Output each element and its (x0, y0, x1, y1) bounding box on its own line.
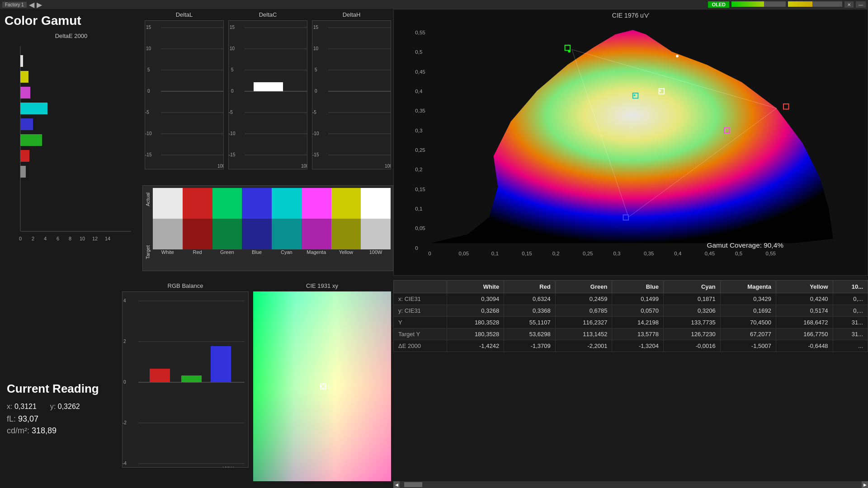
row-label-y: y: CIE31 (394, 305, 447, 317)
cell-targetY-blue: 13,5778 (612, 328, 664, 340)
nav-left[interactable]: ◀ (29, 0, 34, 9)
swatch-red-actual (183, 188, 212, 219)
y-label: y: (50, 403, 56, 410)
close-button[interactable]: ✕ (844, 1, 854, 8)
rgb-svg: 4 2 0 -2 -4 100W (123, 292, 248, 467)
cie1931-title: CIE 1931 xy (253, 280, 391, 291)
svg-text:15: 15 (230, 25, 235, 30)
svg-text:0,5: 0,5 (415, 49, 422, 55)
deltah-chart: DeltaH 15 10 5 0 -5 -10 (310, 9, 393, 185)
cd-label: cd/m²: (7, 426, 29, 435)
cell-x-magenta: 0,3429 (720, 293, 776, 305)
cell-y-blue: 0,0570 (612, 305, 664, 317)
svg-point-95 (660, 90, 661, 92)
swatch-yellow-actual (331, 188, 361, 219)
col-header-100w: 10... (833, 281, 868, 293)
svg-text:-4: -4 (123, 461, 127, 466)
svg-text:-5: -5 (312, 110, 316, 115)
svg-text:0: 0 (19, 236, 22, 240)
deltal-area: 15 10 5 0 -5 -10 -15 100W (145, 20, 224, 169)
swatch-green-target (212, 219, 242, 249)
cie1931-panel: CIE 1931 xy (253, 280, 391, 488)
svg-text:5: 5 (231, 67, 234, 72)
deltah-svg: 15 10 5 0 -5 -10 -15 100W (312, 21, 391, 169)
y-reading: y: 0,3262 (50, 403, 80, 411)
cell-Y-white: 180,3528 (447, 317, 504, 328)
row-label-targetY: Target Y (394, 328, 447, 340)
svg-text:0,2: 0,2 (552, 251, 560, 256)
col-header-yellow: Yellow (776, 281, 833, 293)
cell-targetY-yellow: 166,7750 (776, 328, 833, 340)
svg-text:-10: -10 (229, 131, 236, 136)
swatch-red-label: Red (183, 249, 212, 255)
cell-x-red: 0,6324 (504, 293, 556, 305)
svg-text:-5: -5 (145, 110, 149, 115)
scroll-left-arrow[interactable]: ◀ (393, 481, 400, 488)
cell-targetY-red: 53,6298 (504, 328, 556, 340)
swatch-blue: Blue (242, 188, 272, 255)
svg-text:0,3: 0,3 (415, 128, 422, 133)
swatch-100w-target (361, 219, 391, 249)
table-scrollbar[interactable]: ◀ ▶ (393, 481, 868, 488)
swatch-green-actual (212, 188, 242, 219)
row-label-Y: Y (394, 317, 447, 328)
cell-de-100w: ... (833, 340, 868, 352)
swatch-cyan-actual (272, 188, 302, 219)
factory-button[interactable]: Factory 1 (2, 2, 27, 8)
top-bar: Factory 1 ◀ ▶ OLED ✕ — (0, 0, 868, 9)
deltac-area: 15 10 5 0 -5 -10 -15 (228, 20, 307, 169)
cell-Y-magenta: 70,4500 (720, 317, 776, 328)
svg-rect-8 (20, 166, 26, 178)
minimize-button[interactable]: — (856, 1, 866, 8)
svg-text:4: 4 (44, 236, 47, 240)
col-header-red: Red (504, 281, 556, 293)
svg-text:0,3: 0,3 (613, 251, 620, 256)
svg-text:2: 2 (123, 339, 126, 344)
svg-text:5: 5 (315, 67, 317, 72)
cell-targetY-white: 180,3528 (447, 328, 504, 340)
swatch-magenta-actual (302, 188, 331, 219)
svg-rect-112 (181, 375, 202, 382)
x-label: x: (7, 403, 12, 410)
rgb-balance-title: RGB Balance (122, 280, 249, 291)
swatches-actual-row: White Red Green Blue (153, 188, 391, 255)
cell-de-green: -2,2001 (555, 340, 612, 352)
top-bar-right: OLED ✕ — (708, 1, 866, 8)
table-body: x: CIE31 0,3094 0,6324 0,2459 0,1499 0,1… (394, 293, 868, 352)
svg-rect-116 (253, 291, 391, 481)
middle-panel: DeltaL 15 10 5 0 -5 (142, 9, 393, 276)
main-content: Color Gamut DeltaE 2000 (0, 9, 868, 488)
svg-text:10: 10 (80, 236, 85, 240)
swatch-yellow-target (331, 219, 361, 249)
table-row: y: CIE31 0,3268 0,3368 0,6785 0,0570 0,3… (394, 305, 868, 317)
nav-right[interactable]: ▶ (37, 0, 42, 9)
scroll-right-arrow[interactable]: ▶ (862, 481, 868, 488)
svg-text:0,25: 0,25 (415, 147, 425, 153)
color-swatches: Actual Target White Red Green (142, 185, 393, 271)
cell-y-green: 0,6785 (555, 305, 612, 317)
svg-text:0,1: 0,1 (491, 251, 499, 256)
svg-text:Gamut Coverage: 90,4%: Gamut Coverage: 90,4% (707, 241, 784, 249)
swatch-magenta-target (302, 219, 331, 249)
swatch-white: White (153, 188, 183, 255)
svg-text:0,45: 0,45 (415, 69, 425, 75)
svg-text:100W: 100W (222, 466, 234, 467)
x-reading: x: 0,3121 (7, 403, 37, 411)
svg-text:0: 0 (231, 89, 234, 94)
svg-rect-4 (20, 103, 47, 114)
scroll-thumb[interactable] (404, 482, 422, 487)
col-header-cyan: Cyan (664, 281, 721, 293)
svg-text:0: 0 (147, 89, 150, 94)
svg-rect-2 (20, 71, 28, 83)
cell-de-red: -1,3709 (504, 340, 556, 352)
cell-targetY-green: 113,1452 (555, 328, 612, 340)
top-progress-bar (731, 1, 786, 7)
svg-rect-5 (20, 118, 33, 130)
cie1976-title: CIE 1976 u'v' (394, 9, 868, 21)
cell-y-yellow: 0,5174 (776, 305, 833, 317)
cell-Y-100w: 31... (833, 317, 868, 328)
cell-Y-yellow: 168,6472 (776, 317, 833, 328)
cie1976-panel: CIE 1976 u'v' 0,55 0,5 0,45 0,4 0,35 0,3… (393, 9, 868, 276)
svg-rect-92 (783, 104, 789, 109)
row-label-de2000: ΔE 2000 (394, 340, 447, 352)
